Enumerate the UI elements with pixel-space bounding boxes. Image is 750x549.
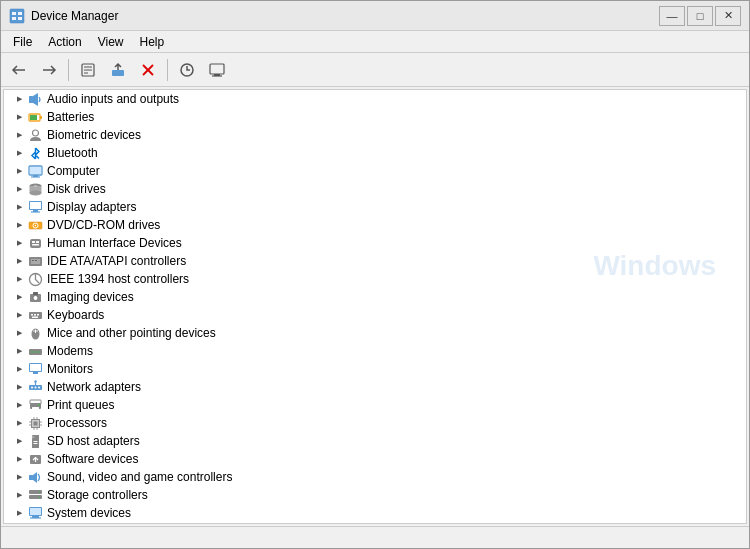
menu-action[interactable]: Action: [40, 33, 89, 51]
expand-arrow-mice[interactable]: ▶: [12, 326, 26, 340]
close-button[interactable]: ✕: [715, 6, 741, 26]
svg-rect-36: [30, 239, 41, 248]
device-label-storage: Storage controllers: [47, 488, 148, 502]
tree-item-processors[interactable]: ▶Processors: [4, 414, 746, 432]
expand-arrow-batteries[interactable]: ▶: [12, 110, 26, 124]
expand-arrow-modems[interactable]: ▶: [12, 344, 26, 358]
back-icon: [11, 62, 27, 78]
svg-rect-61: [30, 364, 41, 371]
forward-button[interactable]: [35, 57, 63, 83]
expand-arrow-computer[interactable]: ▶: [12, 164, 26, 178]
tree-item-display[interactable]: ▶Display adapters: [4, 198, 746, 216]
expand-arrow-audio[interactable]: ▶: [12, 92, 26, 106]
svg-rect-71: [32, 407, 39, 411]
tree-item-print[interactable]: ▶Print queues: [4, 396, 746, 414]
imaging-icon: [27, 289, 43, 305]
tree-item-imaging[interactable]: ▶Imaging devices: [4, 288, 746, 306]
tree-item-sd[interactable]: ▶SD host adapters: [4, 432, 746, 450]
expand-arrow-storage[interactable]: ▶: [12, 488, 26, 502]
device-label-batteries: Batteries: [47, 110, 94, 124]
expand-arrow-imaging[interactable]: ▶: [12, 290, 26, 304]
expand-arrow-ieee[interactable]: ▶: [12, 272, 26, 286]
menu-help[interactable]: Help: [132, 33, 173, 51]
device-label-display: Display adapters: [47, 200, 136, 214]
software-icon: [27, 451, 43, 467]
title-bar: Device Manager — □ ✕: [1, 1, 749, 31]
tree-item-disk[interactable]: ▶Disk drives: [4, 180, 746, 198]
display-icon: [27, 199, 43, 215]
tree-item-computer[interactable]: ▶Computer: [4, 162, 746, 180]
device-label-sound: Sound, video and game controllers: [47, 470, 232, 484]
tree-item-biometric[interactable]: ▶Biometric devices: [4, 126, 746, 144]
update-driver-button[interactable]: [104, 57, 132, 83]
tree-item-storage[interactable]: ▶Storage controllers: [4, 486, 746, 504]
battery-icon: [27, 109, 43, 125]
expand-arrow-display[interactable]: ▶: [12, 200, 26, 214]
tree-item-network[interactable]: ▶Network adapters: [4, 378, 746, 396]
device-label-processors: Processors: [47, 416, 107, 430]
expand-arrow-sd[interactable]: ▶: [12, 434, 26, 448]
expand-arrow-software[interactable]: ▶: [12, 452, 26, 466]
expand-arrow-hid[interactable]: ▶: [12, 236, 26, 250]
expand-arrow-keyboards[interactable]: ▶: [12, 308, 26, 322]
back-button[interactable]: [5, 57, 33, 83]
svg-point-46: [33, 295, 38, 300]
svg-rect-18: [40, 116, 42, 119]
tree-item-sound[interactable]: ▶Sound, video and game controllers: [4, 468, 746, 486]
uninstall-button[interactable]: [134, 57, 162, 83]
device-label-ide: IDE ATA/ATAPI controllers: [47, 254, 186, 268]
expand-arrow-disk[interactable]: ▶: [12, 182, 26, 196]
tree-item-ieee[interactable]: ▶IEEE 1394 host controllers: [4, 270, 746, 288]
device-label-keyboards: Keyboards: [47, 308, 104, 322]
tree-item-keyboards[interactable]: ▶Keyboards: [4, 306, 746, 324]
menu-view[interactable]: View: [90, 33, 132, 51]
menu-file[interactable]: File: [5, 33, 40, 51]
svg-point-66: [38, 386, 40, 388]
svg-rect-0: [10, 9, 24, 23]
tree-item-monitors[interactable]: ▶Monitors: [4, 360, 746, 378]
svg-rect-51: [37, 314, 39, 316]
svg-point-57: [31, 351, 33, 353]
tree-item-system[interactable]: ▶System devices: [4, 504, 746, 522]
device-tree[interactable]: ▶Audio inputs and outputs▶Batteries▶Biom…: [3, 89, 747, 524]
svg-rect-3: [12, 17, 16, 20]
tree-item-batteries[interactable]: ▶Batteries: [4, 108, 746, 126]
ieee-icon: [27, 271, 43, 287]
expand-arrow-print[interactable]: ▶: [12, 398, 26, 412]
tree-item-ide[interactable]: ▶IDE ATA/ATAPI controllers: [4, 252, 746, 270]
tree-item-mice[interactable]: ▶Mice and other pointing devices: [4, 324, 746, 342]
monitors-icon: [27, 361, 43, 377]
expand-arrow-sound[interactable]: ▶: [12, 470, 26, 484]
device-manager-window: Device Manager — □ ✕ File Action View He…: [0, 0, 750, 549]
properties-button[interactable]: [74, 57, 102, 83]
monitor-icon: [209, 62, 225, 78]
expand-arrow-bluetooth[interactable]: ▶: [12, 146, 26, 160]
forward-icon: [41, 62, 57, 78]
minimize-button[interactable]: —: [659, 6, 685, 26]
tree-item-usb[interactable]: ▶Universal Serial Bus controllers: [4, 522, 746, 524]
window-title: Device Manager: [31, 9, 118, 23]
tree-item-bluetooth[interactable]: ▶Bluetooth: [4, 144, 746, 162]
tree-item-modems[interactable]: ▶Modems: [4, 342, 746, 360]
maximize-button[interactable]: □: [687, 6, 713, 26]
expand-arrow-monitors[interactable]: ▶: [12, 362, 26, 376]
dvd-icon: [27, 217, 43, 233]
svg-rect-13: [210, 64, 224, 74]
expand-arrow-system[interactable]: ▶: [12, 506, 26, 520]
expand-arrow-processors[interactable]: ▶: [12, 416, 26, 430]
scan-button[interactable]: [173, 57, 201, 83]
svg-rect-39: [32, 244, 39, 246]
svg-rect-75: [33, 421, 37, 425]
tree-item-dvd[interactable]: ▶DVD/CD-ROM drives: [4, 216, 746, 234]
expand-arrow-ide[interactable]: ▶: [12, 254, 26, 268]
device-label-computer: Computer: [47, 164, 100, 178]
audio-icon: [27, 91, 43, 107]
tree-item-audio[interactable]: ▶Audio inputs and outputs: [4, 90, 746, 108]
expand-arrow-network[interactable]: ▶: [12, 380, 26, 394]
expand-arrow-dvd[interactable]: ▶: [12, 218, 26, 232]
tree-item-hid[interactable]: ▶Human Interface Devices: [4, 234, 746, 252]
svg-point-65: [34, 386, 36, 388]
tree-item-software[interactable]: ▶Software devices: [4, 450, 746, 468]
expand-arrow-biometric[interactable]: ▶: [12, 128, 26, 142]
monitor-button[interactable]: [203, 57, 231, 83]
